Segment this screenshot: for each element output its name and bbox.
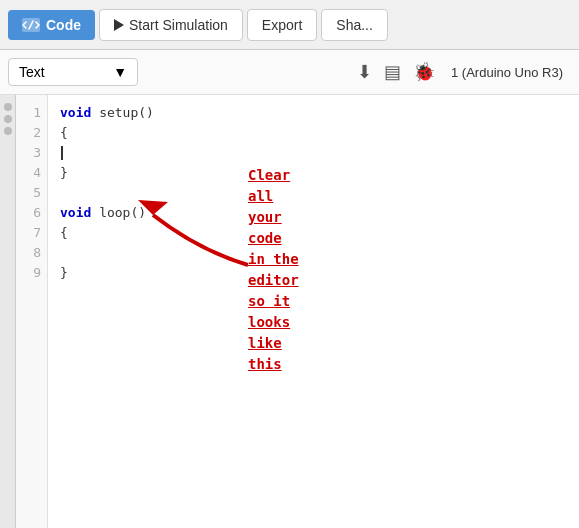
code-line-1: void setup()	[60, 103, 567, 123]
download-icon: ⬇	[357, 61, 372, 83]
top-toolbar: Code Start Simulation Export Sha...	[0, 0, 579, 50]
share-button[interactable]: Sha...	[321, 9, 388, 41]
code-tab-button[interactable]: Code	[8, 10, 95, 40]
code-text: {	[60, 123, 68, 143]
code-editor-icon	[22, 18, 40, 32]
start-simulation-button[interactable]: Start Simulation	[99, 9, 243, 41]
simulation-label: Start Simulation	[129, 17, 228, 33]
line-number: 2	[16, 123, 41, 143]
board-label: 1 (Arduino Uno R3)	[443, 61, 571, 84]
code-line-3	[60, 143, 567, 163]
code-text: {	[60, 223, 68, 243]
gutter-marker	[4, 103, 12, 111]
keyword-void-1: void	[60, 103, 91, 123]
export-button[interactable]: Export	[247, 9, 317, 41]
print-button[interactable]: ▤	[380, 57, 405, 87]
editor-area: 1 2 3 4 5 6 7 8 9 void setup() { } void …	[0, 95, 579, 528]
secondary-toolbar: Text ▼ ⬇ ▤ 🐞 1 (Arduino Uno R3)	[0, 50, 579, 95]
mode-label: Text	[19, 64, 45, 80]
line-number: 3	[16, 143, 41, 163]
annotation-line-2: so it looks like this	[248, 293, 290, 372]
bug-icon: 🐞	[413, 61, 435, 83]
play-icon	[114, 19, 124, 31]
code-tab-label: Code	[46, 17, 81, 33]
code-text: }	[60, 263, 68, 283]
mode-dropdown[interactable]: Text ▼	[8, 58, 138, 86]
share-label: Sha...	[336, 17, 373, 33]
line-number: 4	[16, 163, 41, 183]
svg-marker-2	[138, 200, 168, 215]
debug-button[interactable]: 🐞	[409, 57, 439, 87]
line-number: 7	[16, 223, 41, 243]
line-number: 1	[16, 103, 41, 123]
code-text: setup()	[99, 103, 154, 123]
annotation-arrow	[98, 170, 268, 280]
gutter-marker	[4, 115, 12, 123]
code-editor[interactable]: void setup() { } void loop() { }	[48, 95, 579, 528]
annotation-line-1: Clear all your code in the editor	[248, 167, 299, 288]
breakpoint-gutter	[0, 95, 16, 528]
gutter-marker	[4, 127, 12, 135]
toolbar-icon-group: ⬇ ▤ 🐞 1 (Arduino Uno R3)	[353, 57, 571, 87]
download-button[interactable]: ⬇	[353, 57, 376, 87]
export-label: Export	[262, 17, 302, 33]
line-number: 8	[16, 243, 41, 263]
line-number: 9	[16, 263, 41, 283]
line-numbers: 1 2 3 4 5 6 7 8 9	[16, 95, 48, 528]
keyword-void-2: void	[60, 203, 91, 223]
text-cursor	[61, 146, 63, 160]
line-number: 6	[16, 203, 41, 223]
chevron-down-icon: ▼	[113, 64, 127, 80]
code-text: }	[60, 163, 68, 183]
print-icon: ▤	[384, 61, 401, 83]
code-line-2: {	[60, 123, 567, 143]
line-number: 5	[16, 183, 41, 203]
annotation-text-block: Clear all your code in the editor so it …	[248, 165, 299, 375]
